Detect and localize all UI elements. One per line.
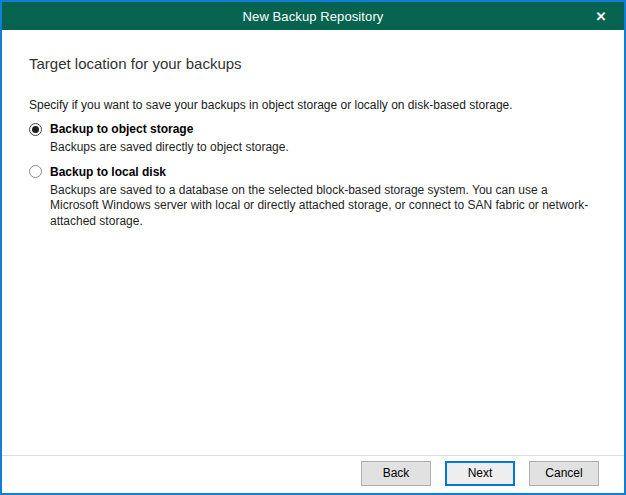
option-local-disk: Backup to local disk Backups are saved t…: [29, 164, 596, 230]
title-bar: New Backup Repository ✕: [2, 2, 624, 30]
footer-button-bar: Back Next Cancel: [2, 455, 624, 493]
option-label: Backup to local disk: [50, 164, 166, 180]
next-button[interactable]: Next: [445, 461, 515, 486]
dialog-window: New Backup Repository ✕ Target location …: [0, 0, 626, 495]
radio-selected-icon[interactable]: [29, 123, 42, 136]
radio-backup-object-storage[interactable]: Backup to object storage: [29, 121, 596, 137]
window-title: New Backup Repository: [243, 9, 384, 24]
intro-text: Specify if you want to save your backups…: [29, 98, 596, 113]
cancel-button[interactable]: Cancel: [529, 461, 599, 486]
radio-unselected-icon[interactable]: [29, 165, 42, 178]
close-icon: ✕: [596, 9, 607, 24]
option-object-storage: Backup to object storage Backups are sav…: [29, 121, 596, 156]
option-description: Backups are saved to a database on the s…: [50, 183, 596, 230]
radio-backup-local-disk[interactable]: Backup to local disk: [29, 164, 596, 180]
page-title: Target location for your backups: [29, 54, 596, 74]
close-button[interactable]: ✕: [584, 2, 618, 30]
back-button[interactable]: Back: [361, 461, 431, 486]
option-description: Backups are saved directly to object sto…: [50, 140, 596, 156]
wizard-page: Target location for your backups Specify…: [2, 30, 624, 455]
option-label: Backup to object storage: [50, 121, 193, 137]
